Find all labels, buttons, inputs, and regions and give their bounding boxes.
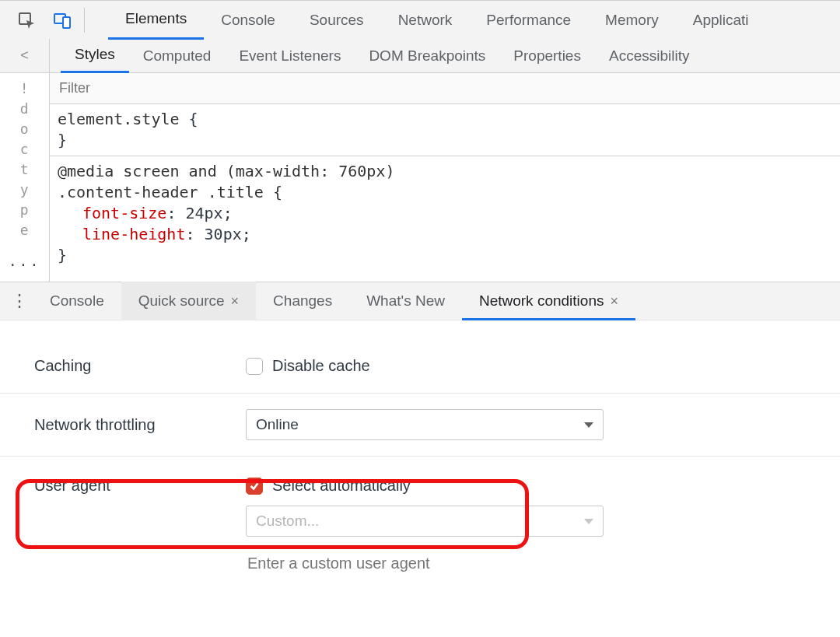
- checkbox-icon: [246, 358, 263, 375]
- tab-memory[interactable]: Memory: [588, 1, 676, 40]
- disable-cache-checkbox[interactable]: Disable cache: [246, 357, 370, 375]
- throttling-label: Network throttling: [34, 416, 246, 434]
- throttling-row: Network throttling Online: [0, 394, 840, 457]
- throttling-select[interactable]: Online: [246, 409, 604, 440]
- drawer-tab-whats-new[interactable]: What's New: [349, 282, 462, 320]
- subtab-dom-breakpoints[interactable]: DOM Breakpoints: [355, 39, 499, 73]
- ua-preset-select[interactable]: Custom...: [246, 506, 604, 537]
- tab-elements[interactable]: Elements: [108, 1, 204, 40]
- chevron-down-icon: [584, 519, 593, 524]
- dom-breadcrumb-caret[interactable]: <: [0, 39, 50, 72]
- subtab-event-listeners[interactable]: Event Listeners: [225, 39, 355, 73]
- svg-rect-2: [63, 17, 70, 28]
- style-rule-media[interactable]: @media screen and (max-width: 760px) .co…: [50, 156, 840, 271]
- ua-custom-input[interactable]: [246, 548, 604, 579]
- subtab-properties[interactable]: Properties: [499, 39, 595, 73]
- dom-tree-gutter: ! d o c t y p e ...: [0, 73, 50, 282]
- close-icon[interactable]: ×: [610, 293, 618, 310]
- subtab-computed[interactable]: Computed: [129, 39, 226, 73]
- subtab-styles[interactable]: Styles: [61, 39, 129, 73]
- tab-separator: [84, 8, 85, 33]
- styles-filter-row: [50, 73, 840, 104]
- tab-performance[interactable]: Performance: [469, 1, 588, 40]
- style-rule-inline[interactable]: element.style { }: [50, 104, 840, 156]
- network-conditions-panel: Caching Disable cache Network throttling…: [0, 320, 840, 594]
- user-agent-label: User agent: [34, 477, 246, 495]
- styles-panel: ! d o c t y p e ... element.style { } @m…: [0, 73, 840, 282]
- device-toolbar-icon[interactable]: [53, 11, 72, 30]
- tab-network[interactable]: Network: [381, 1, 470, 40]
- drawer-tab-quick-source[interactable]: Quick source ×: [121, 282, 256, 320]
- drawer-tab-bar: ⋮ Console Quick source × Changes What's …: [0, 282, 840, 320]
- close-icon[interactable]: ×: [231, 293, 240, 310]
- tab-sources[interactable]: Sources: [292, 1, 381, 40]
- tab-console[interactable]: Console: [204, 1, 292, 40]
- drawer-more-icon[interactable]: ⋮: [6, 291, 33, 311]
- styles-filter-input[interactable]: [58, 79, 832, 97]
- drawer-tab-console[interactable]: Console: [33, 282, 121, 320]
- ua-select-automatically-checkbox[interactable]: Select automatically: [246, 477, 411, 495]
- caching-label: Caching: [34, 357, 246, 375]
- elements-subtab-bar: < Styles Computed Event Listeners DOM Br…: [0, 39, 840, 73]
- inspect-icon[interactable]: [17, 11, 36, 30]
- tab-application[interactable]: Applicati: [676, 1, 766, 40]
- drawer-tab-network-conditions[interactable]: Network conditions ×: [462, 282, 635, 320]
- user-agent-row: User agent Select automatically Custom..…: [0, 457, 840, 594]
- chevron-down-icon: [584, 422, 593, 428]
- dom-tree-ellipsis[interactable]: ...: [0, 250, 49, 271]
- caching-row: Caching Disable cache: [0, 339, 840, 394]
- subtab-accessibility[interactable]: Accessibility: [595, 39, 703, 73]
- main-tab-bar: Elements Console Sources Network Perform…: [0, 0, 840, 39]
- checkbox-checked-icon: [246, 478, 263, 495]
- drawer-tab-changes[interactable]: Changes: [256, 282, 349, 320]
